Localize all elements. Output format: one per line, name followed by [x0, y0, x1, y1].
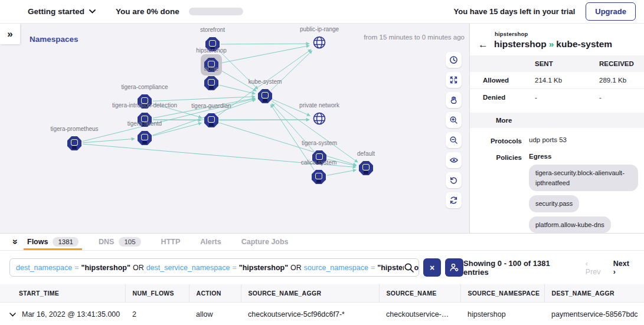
more-section-header[interactable]: More — [470, 113, 644, 128]
namespace-icon — [258, 89, 272, 103]
pan-button[interactable] — [446, 92, 462, 108]
flow-col-header[interactable]: SOURCE_NAME_AGGR — [241, 284, 379, 303]
refresh-button[interactable] — [446, 192, 462, 208]
namespace-icon — [67, 136, 81, 150]
getting-started-menu[interactable]: Getting started — [28, 7, 96, 16]
search-icon[interactable] — [404, 262, 414, 275]
row-expand-icon[interactable] — [9, 310, 16, 319]
fit-screen-icon — [449, 75, 458, 84]
flow-filter-input[interactable]: dest_namespace="hipstershop"ORdest_servi… — [9, 258, 419, 277]
filter-token-op: = — [72, 264, 81, 272]
next-page-link[interactable]: Next › — [613, 260, 633, 276]
traffic-cell: - — [594, 89, 644, 106]
flow-start-time: Mar 16, 2022 @ 13:41:35.000 — [7, 310, 125, 319]
namespace-icon — [204, 58, 218, 72]
egress-label: Egress — [529, 153, 638, 160]
flow-col-header[interactable]: START_TIME — [0, 284, 125, 303]
flow-col-header[interactable]: DEST_NAME_AGGR — [544, 284, 644, 303]
graph-node-kube-system[interactable] — [254, 86, 276, 107]
tab-http[interactable]: HTTP — [160, 234, 182, 250]
breadcrumb: hipstershop — [495, 31, 636, 37]
namespace-icon — [312, 170, 326, 184]
flow-col-header[interactable]: NUM_FLOWS — [125, 284, 189, 303]
fit-screen-button[interactable] — [446, 72, 462, 88]
tab-alerts[interactable]: Alerts — [199, 234, 222, 250]
history-icon — [449, 55, 458, 64]
flow-direction-icon: » — [549, 39, 554, 49]
zoom-out-button[interactable] — [446, 132, 462, 148]
flow-col-header[interactable]: SOURCE_NAMESPACE — [460, 284, 544, 303]
upgrade-button[interactable]: Upgrade — [586, 2, 636, 21]
traffic-col-header: RECEIVED — [594, 55, 644, 72]
flow-cell: allow — [189, 303, 241, 325]
tab-dns[interactable]: DNS105 — [97, 234, 142, 250]
filter-token-kw: OR — [133, 264, 146, 272]
graph-node-tigera-guardian[interactable] — [201, 110, 222, 131]
tab-label: Flows — [27, 238, 48, 246]
graph-node-private-network[interactable] — [309, 109, 330, 130]
flow-cell: paymentservice-58567bdc — [544, 303, 644, 325]
tab-flows[interactable]: Flows1381 — [26, 234, 80, 250]
zoom-out-icon — [449, 136, 458, 145]
namespace-icon — [204, 113, 218, 127]
flows-table: START_TIMENUM_FLOWSACTIONSOURCE_NAME_AGG… — [0, 284, 644, 325]
sidebar-expand-button[interactable]: » — [0, 24, 20, 44]
user-settings-button[interactable] — [445, 258, 463, 277]
filter-token-value: "hipstershop" — [81, 264, 133, 272]
service-graph-pane: » Namespaces from 15 minutes to 0 minute… — [0, 24, 469, 233]
flow-row[interactable]: Mar 16, 2022 @ 13:41:35.0002allowcheckou… — [0, 303, 644, 325]
undo-button[interactable] — [446, 172, 462, 188]
graph-node-calico-system[interactable] — [308, 166, 329, 188]
flow-col-header[interactable]: ACTION — [189, 284, 241, 303]
namespace-icon — [204, 76, 218, 90]
collapse-panel-icon[interactable]: » — [10, 236, 21, 248]
flow-cell: checkoutservice-… — [379, 303, 460, 325]
visibility-button[interactable] — [446, 152, 462, 168]
graph-node-acme[interactable] — [201, 73, 222, 94]
graph-node-tigera-prometheus[interactable] — [64, 133, 85, 154]
policies-label: Policies — [470, 153, 522, 233]
policy-badge[interactable]: security.pass — [529, 195, 579, 212]
visibility-icon — [449, 156, 459, 165]
traffic-cell: Allowed — [470, 72, 527, 89]
traffic-cell: - — [527, 89, 594, 106]
globe-icon — [312, 111, 327, 129]
filter-token-field: dest_service_namespace — [146, 264, 230, 272]
tab-label: HTTP — [161, 238, 181, 246]
traffic-row: Allowed214.1 Kb289.1 Kb — [470, 72, 644, 89]
tab-count-badge: 105 — [119, 237, 140, 247]
graph-node-public-ip-range[interactable] — [309, 33, 330, 54]
flow-col-header[interactable]: SOURCE_NAME — [379, 284, 460, 303]
graph-node-tigera-system[interactable] — [309, 147, 330, 168]
graph-node-storefront[interactable] — [202, 34, 223, 55]
graph-node-tigera-fluentd[interactable] — [134, 127, 155, 149]
panel-title: hipstershop»kube-system — [494, 39, 612, 50]
back-arrow-icon[interactable]: ← — [478, 40, 488, 50]
traffic-cell: 289.1 Kb — [594, 72, 644, 89]
graph-node-default[interactable] — [355, 157, 377, 179]
progress-text: You are 0% done — [116, 7, 179, 16]
policy-badge[interactable]: platform.allow-kube-dns — [529, 216, 611, 234]
traffic-cell: 214.1 Kb — [527, 72, 594, 89]
clear-filter-button[interactable]: × — [423, 258, 442, 277]
trial-countdown-text: You have 15 days left in your trial — [454, 7, 576, 16]
filter-token-field: source_namespace — [304, 264, 368, 272]
title-source: hipstershop — [494, 39, 547, 49]
history-button[interactable] — [446, 52, 462, 68]
traffic-table: SENTRECEIVED Allowed214.1 Kb289.1 KbDeni… — [470, 55, 644, 106]
policy-badge[interactable]: tigera-security.block-alienvault-ipthrea… — [529, 165, 638, 191]
filter-token-op: = — [368, 264, 377, 272]
flow-cell: checkoutservice-5cf96dc6f7-* — [241, 303, 379, 325]
zoom-in-button[interactable] — [446, 112, 462, 128]
traffic-cell: Denied — [470, 89, 527, 106]
pagination-summary: Showing 0 - 100 of 1381 entries — [463, 259, 576, 277]
traffic-row: Denied-- — [470, 89, 644, 106]
namespace-icon — [138, 131, 152, 145]
traffic-col-header — [470, 55, 527, 72]
flow-cell: 2 — [125, 303, 189, 325]
prev-page-link[interactable]: ‹ Prev — [586, 260, 605, 276]
undo-icon — [449, 176, 458, 185]
filter-token-op: = — [230, 264, 238, 272]
tab-capture-jobs[interactable]: Capture Jobs — [240, 234, 290, 250]
tab-label: Capture Jobs — [241, 238, 289, 246]
